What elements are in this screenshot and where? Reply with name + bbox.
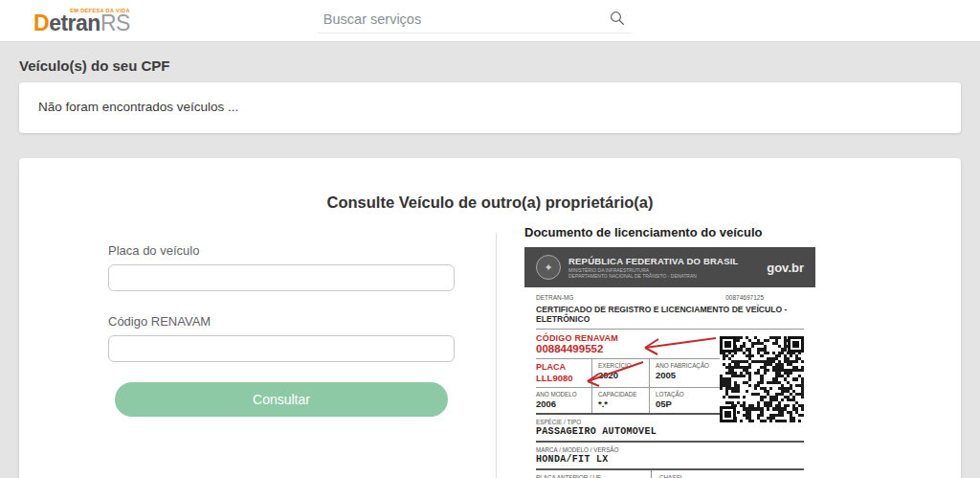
field-marca-modelo: MARCA / MODELO / VERSÃO HONDA/FIT LX	[536, 443, 804, 468]
cpf-vehicles-card: Não foram encontrados veículos ...	[19, 82, 961, 133]
field-capacidade: CAPACIDADE *.*	[591, 388, 649, 413]
field-placa-anterior: PLACA ANTERIOR / UF *******/**	[536, 470, 651, 478]
search-bar	[318, 8, 632, 34]
brasil-coat-of-arms-icon: ✦	[536, 255, 561, 280]
search-input[interactable]	[318, 8, 609, 31]
field-placa: PLACA LLL9080	[536, 359, 591, 387]
renavam-input[interactable]	[108, 335, 455, 362]
license-document: ✦ REPÚBLICA FEDERATIVA DO BRASIL MINISTÉ…	[524, 247, 815, 478]
document-header-titles: REPÚBLICA FEDERATIVA DO BRASIL MINISTÉRI…	[568, 256, 739, 279]
field-especie-tipo: ESPÉCIE / TIPO PASSAGEIRO AUTOMOVEL	[536, 415, 720, 441]
consultar-button[interactable]: Consultar	[115, 382, 448, 417]
logo-tagline: EM DEFESA DA VIDA	[70, 8, 130, 13]
field-ano-fabricacao: ANO FABRICAÇÃO 2005	[649, 359, 720, 387]
document-meta-row: DETRAN-MG 00874697125	[536, 291, 804, 303]
document-row-2: ANO MODELO 2006 CAPACIDADE *.* LOTAÇÃO 0…	[536, 387, 720, 415]
document-fields-zone: CÓDIGO RENAVAM 00884499552 PLACA	[536, 330, 804, 441]
top-header: EM DEFESA DA VIDA DetranRS	[0, 0, 980, 42]
document-header-bar: ✦ REPÚBLICA FEDERATIVA DO BRASIL MINISTÉ…	[524, 247, 815, 287]
document-left-fields: CÓDIGO RENAVAM 00884499552 PLACA	[536, 330, 720, 441]
certificate-title: CERTIFICADO DE REGISTRO E LICENCIAMENTO …	[536, 303, 804, 329]
logo-text: DetranRS	[33, 11, 130, 35]
document-last-row: PLACA ANTERIOR / UF *******/** CHASSI 84…	[536, 470, 804, 478]
doc-country: REPÚBLICA FEDERATIVA DO BRASIL	[568, 256, 739, 267]
doc-department: DEPARTAMENTO NACIONAL DE TRÂNSITO - DENA…	[568, 273, 739, 279]
main-content: Veículo(s) do seu CPF Não foram encontra…	[0, 42, 980, 478]
plate-input[interactable]	[108, 264, 455, 291]
field-lotacao: LOTAÇÃO 05P	[649, 388, 720, 413]
vertical-divider	[496, 233, 497, 478]
document-row-1: PLACA LLL9080 EXERCÍCIO 2020 ANO FABRICA…	[536, 359, 720, 387]
field-ano-modelo: ANO MODELO 2006	[536, 388, 591, 413]
govbr-logo: gov.br	[767, 261, 804, 275]
empty-message: Não foram encontrados veículos ...	[38, 100, 238, 114]
document-column: Documento de licenciamento do veículo ✦ …	[524, 225, 815, 478]
renavam-label: Código RENAVAM	[108, 314, 455, 329]
consult-form: Placa do veículo Código RENAVAM Consulta…	[108, 243, 455, 417]
field-chassi: CHASSI 84RVA1751Z45	[651, 470, 804, 478]
consult-card: Consulte Veículo de outro(a) proprietári…	[19, 158, 961, 478]
cpf-vehicles-title: Veículo(s) do seu CPF	[19, 42, 961, 82]
doc-issuer: DETRAN-MG	[536, 294, 573, 301]
doc-number: 00874697125	[725, 294, 764, 301]
consult-title: Consulte Veículo de outro(a) proprietári…	[19, 193, 961, 212]
field-exercicio: EXERCÍCIO 2020	[591, 359, 649, 387]
plate-label: Placa do veículo	[108, 243, 455, 258]
renavam-block: CÓDIGO RENAVAM 00884499552	[536, 330, 720, 359]
document-body: DETRAN-MG 00874697125 CERTIFICADO DE REG…	[524, 287, 815, 478]
search-icon[interactable]	[609, 10, 628, 29]
renavam-arrow-icon	[635, 332, 718, 357]
document-caption: Documento de licenciamento do veículo	[524, 225, 815, 239]
qr-code	[720, 336, 804, 422]
detran-rs-logo[interactable]: EM DEFESA DA VIDA DetranRS	[33, 7, 130, 34]
